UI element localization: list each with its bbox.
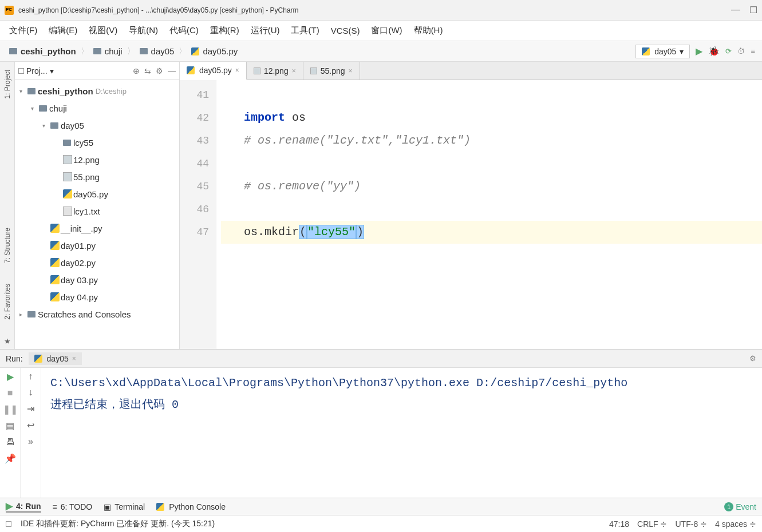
run-console[interactable]: C:\Users\xd\AppData\Local\Programs\Pytho…: [41, 368, 762, 498]
tree-day03[interactable]: day 03.py: [15, 271, 179, 288]
soft-wrap-button[interactable]: ↩: [27, 420, 34, 431]
tree-day01[interactable]: day01.py: [15, 237, 179, 254]
image-icon: [63, 172, 72, 181]
collapse-all-button[interactable]: ⇆: [144, 66, 151, 76]
tree-root[interactable]: ▾ceshi_pythonD:\ceship: [15, 82, 179, 100]
menu-edit[interactable]: 编辑(E): [44, 23, 82, 38]
bottom-tab-todo[interactable]: ≡6: TODO: [53, 502, 93, 511]
export-button[interactable]: ⇥: [27, 403, 34, 414]
search-everywhere-button[interactable]: ≡: [751, 47, 755, 55]
maximize-button[interactable]: ☐: [749, 5, 757, 15]
run-tab[interactable]: day05×: [29, 352, 82, 365]
rail-project[interactable]: 1: Project: [3, 66, 11, 102]
tab-day05[interactable]: day05.py×: [180, 62, 247, 80]
statusbar-icon[interactable]: [6, 521, 11, 527]
tab-12png[interactable]: 12.png×: [247, 62, 303, 80]
rerun-button[interactable]: ▶: [7, 371, 14, 382]
bottom-tab-run[interactable]: ▶4: Run: [6, 501, 41, 513]
pause-button[interactable]: ❚❚: [3, 404, 18, 415]
breadcrumb-folder[interactable]: day05: [137, 45, 177, 57]
close-icon[interactable]: ×: [72, 355, 76, 363]
python-icon: [191, 47, 199, 55]
indent-setting[interactable]: 4 spaces ≑: [715, 519, 756, 529]
menu-vcs[interactable]: VCS(S): [326, 23, 365, 38]
menu-run[interactable]: 运行(U): [246, 23, 285, 38]
console-line-3: 进程已结束，退出代码 0: [50, 394, 753, 416]
app-icon: [5, 6, 14, 15]
event-log-button[interactable]: 1Event: [724, 502, 756, 511]
breadcrumb-root[interactable]: ceshi_python: [7, 45, 78, 57]
up-button[interactable]: ↑: [29, 371, 33, 382]
menu-code[interactable]: 代码(C): [165, 23, 203, 38]
file-encoding[interactable]: UTF-8 ≑: [676, 519, 708, 529]
project-panel-header: Proj... ▾ ⊕ ⇆ ⚙ —: [15, 62, 179, 80]
settings-button[interactable]: ⚙: [749, 354, 756, 363]
bottom-tab-pyconsole[interactable]: Python Console: [156, 502, 226, 511]
tree-day04[interactable]: day 04.py: [15, 288, 179, 305]
minimize-button[interactable]: —: [731, 5, 740, 15]
tree-day05py[interactable]: day05.py: [15, 185, 179, 203]
layout-button[interactable]: ▤: [6, 420, 14, 431]
tree-lcy55[interactable]: lcy55: [15, 134, 179, 151]
tree-scratches[interactable]: ▸Scratches and Consoles: [15, 305, 179, 323]
breadcrumb-pkg[interactable]: chuji: [91, 45, 125, 57]
folder-icon: [39, 105, 47, 112]
close-icon[interactable]: ×: [292, 67, 296, 75]
folder-icon: [140, 48, 148, 54]
console-line-1: C:\Users\xd\AppData\Local\Programs\Pytho…: [50, 372, 753, 394]
breadcrumb-file[interactable]: day05.py: [189, 45, 240, 57]
tree-day02[interactable]: day02.py: [15, 254, 179, 271]
rail-favorites[interactable]: 2: Favorites: [3, 280, 11, 323]
tree-lcy1txt[interactable]: lcy1.txt: [15, 203, 179, 220]
project-tree[interactable]: ▾ceshi_pythonD:\ceship ▾chuji ▾day05 lcy…: [15, 80, 179, 349]
run-tabbar: Run: day05× ⚙: [0, 350, 762, 368]
project-panel-title[interactable]: Proj... ▾: [18, 66, 54, 76]
menu-help[interactable]: 帮助(H): [409, 23, 448, 38]
run-config-selector[interactable]: day05 ▾: [635, 45, 690, 58]
hide-panel-button[interactable]: —: [168, 66, 176, 76]
profile-button[interactable]: ⏱: [737, 47, 745, 55]
run-with-coverage-button[interactable]: ⟳: [725, 47, 732, 55]
tree-day05[interactable]: ▾day05: [15, 117, 179, 134]
run-toolbar-1: ▶ ■ ❚❚ ▤ 🖶 📌: [0, 368, 21, 498]
menu-refactor[interactable]: 重构(R): [206, 23, 244, 38]
code-editor[interactable]: 41424344454647 import os # os.rename("lc…: [180, 80, 762, 349]
main-area: 1: Project 7: Structure 2: Favorites ★ P…: [0, 62, 762, 349]
close-icon[interactable]: ×: [235, 66, 239, 74]
menu-window[interactable]: 窗口(W): [366, 23, 406, 38]
debug-button[interactable]: 🐞: [708, 46, 720, 57]
menu-view[interactable]: 视图(V): [84, 23, 122, 38]
close-icon[interactable]: ×: [349, 67, 353, 75]
pin-button[interactable]: 📌: [5, 453, 16, 464]
tree-55png[interactable]: 55.png: [15, 168, 179, 185]
caret-position[interactable]: 47:18: [609, 519, 629, 529]
rail-structure[interactable]: 7: Structure: [3, 224, 11, 267]
code-body[interactable]: import os # os.rename("lcy.txt","lcy1.tx…: [216, 80, 762, 349]
down-button[interactable]: ↓: [29, 387, 33, 398]
tree-chuji[interactable]: ▾chuji: [15, 100, 179, 117]
scroll-end-button[interactable]: »: [28, 436, 33, 447]
menubar: 文件(F) 编辑(E) 视图(V) 导航(N) 代码(C) 重构(R) 运行(U…: [0, 21, 762, 41]
bottom-tool-tabs: ▶4: Run ≡6: TODO ▣Terminal Python Consol…: [0, 498, 762, 515]
terminal-icon: ▣: [104, 502, 111, 511]
locate-button[interactable]: ⊕: [133, 66, 140, 76]
tree-12png[interactable]: 12.png: [15, 151, 179, 168]
python-icon: [642, 47, 650, 55]
python-icon: [50, 224, 60, 233]
tree-init[interactable]: __init__.py: [15, 220, 179, 237]
settings-button[interactable]: ⚙: [156, 66, 163, 76]
comment-line: # os.remove("yy"): [221, 175, 762, 198]
run-button[interactable]: ▶: [696, 46, 702, 57]
menu-tools[interactable]: 工具(T): [286, 23, 323, 38]
python-icon: [34, 355, 42, 363]
python-icon: [156, 503, 164, 511]
titlebar: ceshi_python [D:\ceship7\ceshi_python] -…: [0, 0, 762, 21]
stop-button[interactable]: ■: [7, 388, 13, 398]
print-button[interactable]: 🖶: [6, 437, 15, 447]
star-icon: ★: [4, 337, 11, 346]
menu-navigate[interactable]: 导航(N): [124, 23, 163, 38]
tab-55png[interactable]: 55.png×: [303, 62, 360, 80]
line-separator[interactable]: CRLF ≑: [637, 519, 667, 529]
bottom-tab-terminal[interactable]: ▣Terminal: [104, 502, 145, 511]
menu-file[interactable]: 文件(F): [5, 23, 42, 38]
